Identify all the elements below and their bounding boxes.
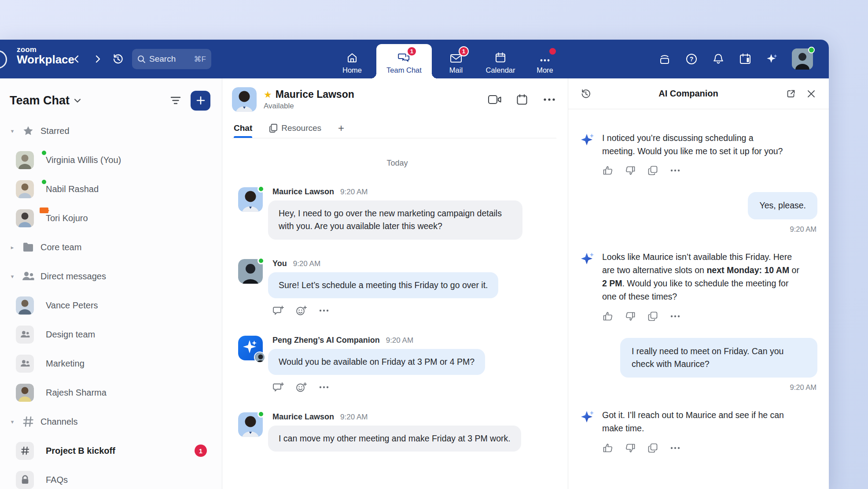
more-actions-button[interactable]	[318, 382, 330, 393]
start-video-meeting-button[interactable]	[488, 93, 502, 107]
user-bubble: I really need to meet on Friday. Can you…	[620, 338, 817, 378]
sidebar-item-design-team[interactable]: Design team	[0, 320, 222, 349]
reply-in-thread-button[interactable]	[272, 305, 284, 316]
tab-label: Team Chat	[386, 66, 422, 74]
copy-button[interactable]	[647, 442, 658, 454]
sidebar-item-virginia-willis[interactable]: Virginia Willis (You)	[0, 145, 222, 174]
sidebar-item-rajesh-sharma[interactable]: Rajesh Sharma	[0, 378, 222, 407]
sidebar-item-vance-peters[interactable]: Vance Peters	[0, 291, 222, 320]
tab-home[interactable]: Home	[332, 40, 372, 78]
sidebar-section-core-team[interactable]: ▸ Core team	[0, 233, 222, 262]
sidebar-list: ▾ Starred Virginia Willis (You)	[0, 116, 222, 489]
message-list[interactable]: Today Maurice Lawson 9:20 AM Hey, I need…	[222, 138, 568, 489]
message-actions	[268, 382, 485, 393]
sidebar-section-channels[interactable]: ▾ Channels	[0, 407, 222, 436]
home-icon	[346, 51, 358, 64]
more-actions-button[interactable]	[669, 442, 681, 454]
ai-panel-header: AI Companion	[568, 78, 829, 109]
back-button[interactable]	[70, 52, 84, 66]
user-avatar[interactable]	[792, 48, 813, 70]
thumbs-up-button[interactable]	[602, 165, 614, 176]
contact-avatar[interactable]	[232, 87, 257, 112]
team-chat-badge: 1	[407, 46, 417, 56]
new-chat-button[interactable]	[191, 91, 210, 111]
chevron-down-icon	[74, 98, 81, 103]
sidebar-item-faqs[interactable]: FAQs	[0, 465, 222, 489]
more-actions-button[interactable]	[669, 311, 681, 322]
open-in-new-window-button[interactable]	[784, 87, 798, 101]
external-link-icon	[786, 89, 796, 99]
user-bubble: Yes, please.	[748, 192, 817, 219]
tab-resources[interactable]: Resources	[269, 118, 321, 138]
tab-chat[interactable]: Chat	[234, 118, 252, 138]
help-button[interactable]: ?	[684, 52, 699, 66]
device-icon	[658, 52, 672, 66]
thumbs-down-button[interactable]	[625, 311, 636, 322]
sidebar-item-project-b-kickoff[interactable]: Project B kickoff 1	[0, 436, 222, 465]
history-button[interactable]	[111, 52, 125, 66]
tab-label: Mail	[449, 66, 463, 74]
sidebar-item-marketing[interactable]: Marketing	[0, 349, 222, 378]
caret-down-icon: ▾	[9, 128, 16, 134]
ai-companion-button[interactable]	[765, 52, 779, 66]
tab-label: Calendar	[486, 66, 515, 74]
ai-message-3: Got it. I’ll reach out to Maurice and se…	[580, 408, 817, 435]
sidebar-section-starred[interactable]: ▾ Starred	[0, 116, 222, 145]
device-button[interactable]	[658, 52, 672, 66]
schedule-button[interactable]	[738, 52, 752, 66]
team-chat-icon: 1	[397, 51, 411, 64]
search-input[interactable]: Search ⌘F	[132, 49, 211, 69]
notifications-button[interactable]	[711, 52, 725, 66]
avatar	[238, 412, 263, 437]
thumbs-up-button[interactable]	[602, 311, 614, 322]
add-reaction-button[interactable]	[295, 305, 307, 316]
copy-button[interactable]	[647, 165, 658, 176]
schedule-icon	[738, 52, 752, 66]
presence-online-dot	[808, 47, 815, 53]
tab-calendar[interactable]: Calendar	[480, 40, 521, 78]
close-panel-button[interactable]	[804, 87, 818, 101]
thumbs-up-button[interactable]	[602, 442, 614, 454]
sidebar-item-nabil-rashad[interactable]: Nabil Rashad	[0, 174, 222, 204]
primary-tabs: Home 1 Team Chat 1 Mail	[332, 40, 565, 78]
contact-name: Maurice Lawson	[276, 89, 354, 100]
message-actions	[268, 305, 498, 316]
presence-online-dot	[257, 185, 265, 193]
add-tab-button[interactable]: +	[338, 122, 344, 134]
add-reaction-button[interactable]	[295, 382, 307, 393]
search-icon	[137, 55, 146, 63]
thumbs-down-button[interactable]	[625, 442, 636, 454]
ai-sparkle-icon	[580, 408, 596, 435]
copy-button[interactable]	[647, 311, 658, 322]
svg-text:?: ?	[690, 56, 694, 63]
tab-more[interactable]: More	[525, 40, 565, 78]
tab-team-chat[interactable]: 1 Team Chat	[376, 44, 432, 78]
thumbs-down-button[interactable]	[625, 165, 636, 176]
avatar	[16, 296, 46, 315]
more-notification-dot	[549, 48, 556, 55]
avatar	[16, 384, 46, 402]
sidebar-title-dropdown[interactable]: Team Chat	[10, 94, 81, 107]
ai-conversation[interactable]: I noticed you’re discussing scheduling a…	[568, 109, 829, 489]
filter-button[interactable]	[168, 93, 184, 108]
chevron-right-icon	[96, 56, 99, 62]
presence-in-meeting-icon	[39, 207, 49, 214]
schedule-meeting-button[interactable]	[515, 93, 529, 107]
chat-header: ★ Maurice Lawson Available	[222, 78, 568, 138]
forward-button[interactable]	[91, 52, 105, 66]
ai-history-button[interactable]	[579, 87, 593, 101]
starred-contact-icon[interactable]: ★	[264, 89, 272, 100]
reply-in-thread-button[interactable]	[272, 382, 284, 393]
more-actions-button[interactable]	[669, 165, 681, 176]
sidebar-section-direct-messages[interactable]: ▾ Direct messages	[0, 262, 222, 291]
avatar	[16, 180, 46, 198]
ai-feedback-actions	[602, 165, 817, 176]
search-shortcut: ⌘F	[194, 55, 206, 64]
search-placeholder: Search	[149, 54, 191, 64]
more-actions-button[interactable]	[318, 305, 330, 316]
top-navigation-bar: zoom Workplace Search ⌘F	[0, 40, 829, 78]
help-icon: ?	[684, 52, 699, 66]
sidebar-item-tori-kojuro[interactable]: Tori Kojuro	[0, 204, 222, 233]
more-options-button[interactable]	[542, 93, 556, 107]
tab-mail[interactable]: 1 Mail	[436, 40, 476, 78]
